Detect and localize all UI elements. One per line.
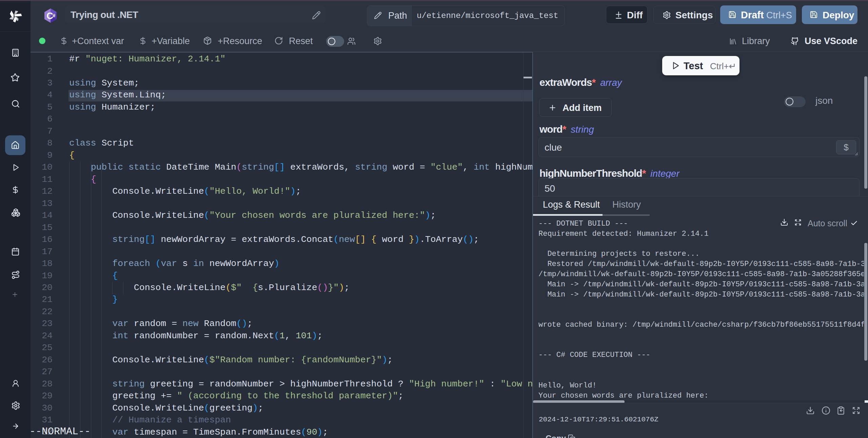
svg-text:C: C bbox=[46, 11, 53, 21]
svg-text:#: # bbox=[53, 13, 56, 18]
